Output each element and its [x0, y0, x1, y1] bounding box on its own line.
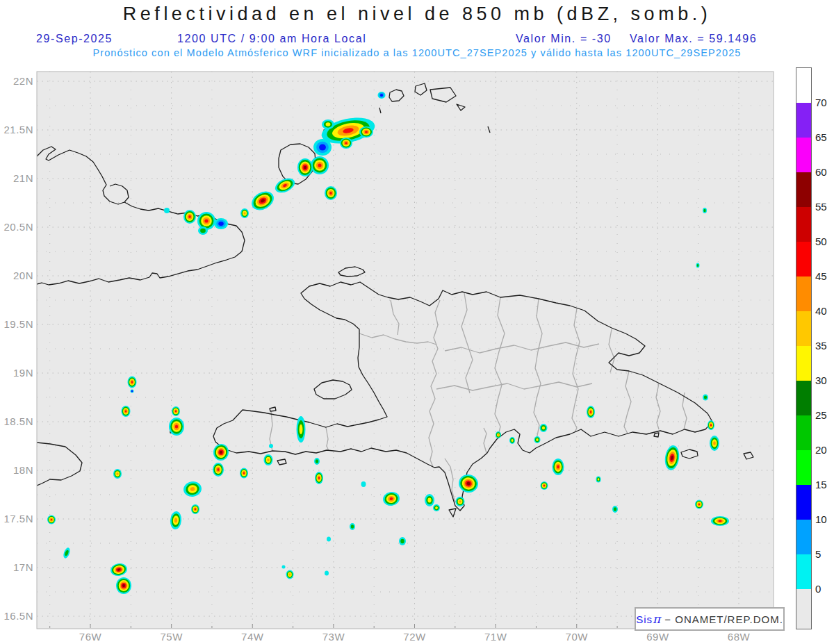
radar-cell [297, 158, 313, 176]
colorbar-tick-label: 35 [815, 340, 827, 352]
radar-cell [183, 210, 196, 224]
radar-cell [240, 468, 248, 479]
radar-cell [359, 126, 373, 138]
radar-cell [113, 469, 122, 479]
radar-cell [540, 424, 548, 432]
lat-tick-label: 20.5N [1, 221, 33, 233]
radar-cell [264, 454, 273, 465]
colorbar-tick-label: 40 [815, 305, 827, 317]
colorbar-tick-label: 25 [815, 409, 827, 421]
radar-cell [399, 537, 406, 545]
colorbar-tick-label: 55 [815, 201, 827, 213]
radar-cell [191, 504, 199, 514]
radar-cell [325, 571, 329, 576]
radar-cell [313, 139, 332, 156]
lon-tick-label: 76W [70, 631, 111, 643]
colorbar-segment [796, 138, 811, 172]
lon-tick-label: 68W [718, 631, 760, 643]
colorbar-tick-label: 65 [815, 131, 827, 143]
radar-cell [315, 472, 323, 484]
radar-cell [169, 418, 184, 436]
colorbar-tick-label: 60 [815, 166, 827, 178]
colorbar-segment [796, 207, 811, 242]
colorbar-segment [796, 172, 811, 207]
colorbar-segment [796, 346, 811, 381]
dbz-colorbar [796, 68, 811, 629]
lat-tick-label: 18N [1, 464, 33, 476]
radar-cell [496, 431, 501, 438]
lon-tick-label: 75W [151, 631, 193, 643]
radar-cell [708, 420, 714, 430]
lat-tick-label: 21N [1, 172, 33, 184]
colorbar-segment [796, 485, 811, 520]
colorbar-segment [796, 242, 811, 276]
sispi-logo-text: Sis [636, 613, 653, 625]
radar-cell [425, 494, 434, 506]
colorbar-segment [796, 68, 811, 103]
radar-cell [116, 577, 131, 594]
radar-cell [340, 138, 352, 149]
colorbar-tick-label: 70 [815, 97, 827, 108]
lat-tick-label: 17N [1, 561, 33, 573]
plot-background [37, 72, 774, 629]
colorbar-tick-label: 15 [815, 479, 827, 490]
colorbar-segment [796, 276, 811, 311]
radar-cell [711, 516, 729, 526]
colorbar-segment [796, 103, 811, 138]
radar-cell [541, 481, 548, 490]
colorbar-tick-label: 10 [815, 513, 827, 525]
radar-cell [47, 515, 56, 525]
radar-cell [596, 477, 601, 483]
colorbar-segment [796, 381, 811, 415]
pi-symbol-icon: π [653, 612, 661, 626]
lon-tick-label: 74W [231, 631, 273, 643]
colorbar-segment [796, 589, 811, 629]
radar-cell [131, 390, 134, 393]
colorbar-tick-label: 30 [815, 374, 827, 386]
radar-cell [325, 186, 337, 200]
lat-tick-label: 20N [1, 270, 33, 281]
lat-tick-label: 22N [1, 75, 33, 87]
colorbar-tick-label: 45 [815, 270, 827, 282]
colorbar-tick-label: 5 [815, 548, 821, 560]
colorbar-segment [796, 415, 811, 450]
colorbar-segment [796, 554, 811, 589]
lat-tick-label: 16.5N [1, 610, 33, 622]
lon-tick-label: 69W [637, 631, 678, 643]
radar-cell [322, 119, 334, 129]
radar-cell [361, 481, 366, 487]
lat-tick-label: 21.5N [1, 124, 33, 135]
radar-cell [197, 212, 215, 230]
radar-cell [282, 565, 286, 569]
radar-cell [122, 406, 131, 417]
radar-cell [509, 437, 515, 444]
radar-cell [534, 436, 541, 443]
radar-cell [269, 444, 273, 448]
lon-tick-label: 73W [313, 631, 354, 643]
radar-cell [350, 523, 355, 530]
radar-cell [378, 92, 386, 99]
radar-cell [164, 208, 170, 213]
colorbar-segment [796, 311, 811, 346]
radar-cell [297, 416, 306, 443]
radar-cell [286, 570, 294, 579]
colorbar-tick-label: 50 [815, 236, 827, 247]
lat-tick-label: 18.5N [1, 415, 33, 427]
radar-cell [214, 218, 228, 229]
colorbar-tick-label: 20 [815, 444, 827, 456]
radar-cell [213, 463, 224, 477]
radar-cell [703, 395, 708, 401]
lat-tick-label: 19.5N [1, 318, 33, 330]
onamet-label: − ONAMET/REP.DOM. [661, 613, 783, 625]
radar-cell [696, 263, 700, 268]
lat-tick-label: 17.5N [1, 513, 33, 525]
radar-cell [612, 506, 618, 513]
reflectivity-map-canvas [0, 0, 834, 644]
radar-cell [695, 500, 703, 509]
colorbar-segment [796, 520, 811, 554]
colorbar-tick-label: 0 [815, 583, 821, 595]
radar-cell [703, 208, 707, 213]
lon-tick-label: 70W [556, 631, 598, 643]
radar-cell [128, 377, 137, 388]
lat-tick-label: 19N [1, 367, 33, 379]
